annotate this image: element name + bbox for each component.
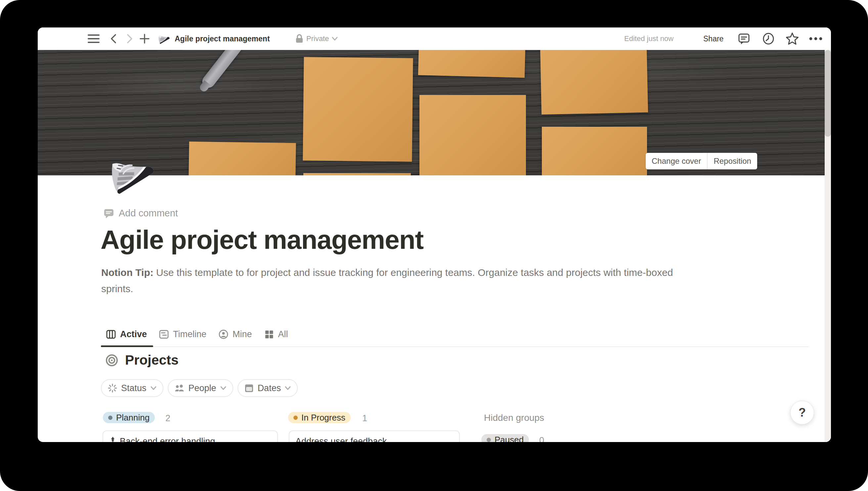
group-badge-paused[interactable]: Paused xyxy=(481,434,529,442)
filter-label: Status xyxy=(121,383,147,394)
filter-people[interactable]: People xyxy=(168,379,233,397)
filter-chips: Status People xyxy=(101,379,298,397)
target-icon xyxy=(105,354,118,367)
chevron-down-icon xyxy=(285,386,291,391)
chevron-right-icon xyxy=(125,33,134,44)
group-label: In Progress xyxy=(301,412,346,423)
chevron-down-icon xyxy=(331,36,338,41)
sidebar-menu-button[interactable] xyxy=(87,27,100,50)
comments-button[interactable] xyxy=(737,27,751,50)
projects-title[interactable]: Projects xyxy=(125,352,179,368)
tab-label: Timeline xyxy=(173,329,206,340)
privacy-label: Private xyxy=(306,34,329,43)
project-card[interactable]: Back-end error handling xyxy=(102,430,278,442)
group-count: 1 xyxy=(362,413,367,424)
filter-label: People xyxy=(188,383,216,394)
view-tabs: Active Timeline Mine xyxy=(106,329,288,340)
sticky-note xyxy=(303,57,413,162)
project-card[interactable]: Address user feedback xyxy=(289,430,460,442)
pushpin-icon xyxy=(109,436,116,442)
filter-status[interactable]: Status xyxy=(101,379,163,397)
group-label: Planning xyxy=(116,412,150,423)
group-label: Paused xyxy=(495,435,523,442)
comment-icon xyxy=(103,208,114,219)
plus-icon xyxy=(139,33,151,45)
share-button[interactable]: Share xyxy=(703,27,723,50)
sticky-note xyxy=(418,50,525,78)
tab-active[interactable]: Active xyxy=(106,329,147,340)
clock-icon xyxy=(761,32,775,46)
group-count: 0 xyxy=(539,435,544,442)
filter-dates[interactable]: Dates xyxy=(238,379,298,397)
add-comment-label: Add comment xyxy=(119,208,178,219)
group-count: 2 xyxy=(166,413,170,424)
tab-mine[interactable]: Mine xyxy=(218,329,252,340)
card-title: Back-end error handling xyxy=(120,436,215,442)
sticky-note xyxy=(303,173,411,175)
ellipsis-icon xyxy=(808,37,823,41)
sneaker-icon xyxy=(156,32,170,46)
tab-all[interactable]: All xyxy=(264,329,288,340)
page-icon-small xyxy=(156,27,170,50)
notion-window: Agile project management Private Edited … xyxy=(38,27,831,442)
status-dot xyxy=(293,415,298,420)
sticky-note xyxy=(540,50,648,114)
tabs-divider xyxy=(101,346,809,347)
add-comment-button[interactable]: Add comment xyxy=(103,208,178,219)
scrollbar-thumb[interactable] xyxy=(825,50,831,137)
sticky-note xyxy=(542,127,647,175)
notion-tip: Notion Tip: Use this template to for pro… xyxy=(101,264,677,297)
screenshot-background: Agile project management Private Edited … xyxy=(0,0,868,491)
forward-button[interactable] xyxy=(125,27,134,50)
hidden-groups-label: Hidden groups xyxy=(484,412,544,423)
comment-icon xyxy=(737,32,751,46)
person-circle-icon xyxy=(218,329,229,340)
lock-icon xyxy=(295,34,304,44)
chevron-down-icon xyxy=(150,386,157,391)
status-dot xyxy=(487,438,491,442)
board-view-icon xyxy=(106,329,116,340)
group-badge-planning[interactable]: Planning xyxy=(103,412,155,423)
stylus-pen-photo xyxy=(200,50,283,90)
tab-label: All xyxy=(278,329,288,340)
tab-label: Mine xyxy=(233,329,252,340)
notion-tip-body: Use this template to for project and iss… xyxy=(101,267,673,294)
chevron-down-icon xyxy=(220,386,227,391)
group-badge-in-progress[interactable]: In Progress xyxy=(288,412,351,423)
scrollbar-track[interactable] xyxy=(825,50,831,442)
page-icon[interactable] xyxy=(102,147,155,201)
filter-label: Dates xyxy=(258,383,281,394)
sticky-note xyxy=(188,142,296,175)
back-button[interactable] xyxy=(109,27,118,50)
change-cover-button[interactable]: Change cover xyxy=(646,153,707,169)
reposition-button[interactable]: Reposition xyxy=(708,153,757,169)
tab-timeline[interactable]: Timeline xyxy=(159,329,206,340)
timeline-view-icon xyxy=(159,329,169,340)
calendar-icon xyxy=(244,383,254,393)
more-options-button[interactable] xyxy=(808,27,823,50)
privacy-control[interactable]: Private xyxy=(295,27,338,50)
updates-button[interactable] xyxy=(761,27,775,50)
new-page-button[interactable] xyxy=(139,27,151,50)
projects-header: Projects xyxy=(105,352,179,368)
sneaker-icon xyxy=(102,147,155,201)
help-button[interactable]: ? xyxy=(790,401,814,425)
edited-status: Edited just now xyxy=(624,27,674,50)
card-title: Address user feedback xyxy=(295,436,387,442)
chevron-left-icon xyxy=(109,33,118,44)
cover-buttons: Change cover Reposition xyxy=(646,153,757,169)
active-tab-underline xyxy=(101,345,153,347)
grid-view-icon xyxy=(264,329,274,340)
page-title[interactable]: Agile project management xyxy=(100,225,423,255)
tab-label: Active xyxy=(120,329,147,340)
star-icon xyxy=(785,31,800,46)
page-cover: Change cover Reposition xyxy=(38,50,831,175)
people-icon xyxy=(174,383,185,393)
status-dot xyxy=(108,415,113,420)
topbar: Agile project management Private Edited … xyxy=(38,27,831,50)
breadcrumb-page-title[interactable]: Agile project management xyxy=(175,27,270,50)
notion-tip-lead: Notion Tip: xyxy=(101,267,153,278)
favorite-button[interactable] xyxy=(785,27,800,50)
status-spinner-icon xyxy=(108,383,117,393)
sticky-note xyxy=(419,95,526,175)
